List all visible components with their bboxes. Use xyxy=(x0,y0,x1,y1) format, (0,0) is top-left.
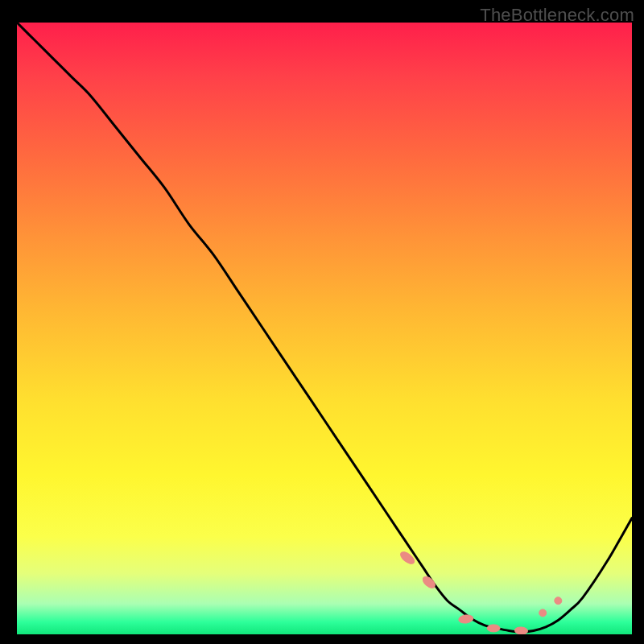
watermark-text: TheBottleneck.com xyxy=(480,5,634,26)
bottleneck-curve xyxy=(17,23,632,632)
chart-frame: TheBottleneck.com xyxy=(0,0,644,644)
curve-layer xyxy=(17,23,632,634)
plot-area xyxy=(17,23,632,634)
curve-marker-6 xyxy=(555,597,562,605)
curve-marker-5 xyxy=(539,609,547,617)
curve-marker-2 xyxy=(458,614,473,624)
curve-marker-3 xyxy=(487,625,500,632)
curve-marker-4 xyxy=(514,626,528,634)
